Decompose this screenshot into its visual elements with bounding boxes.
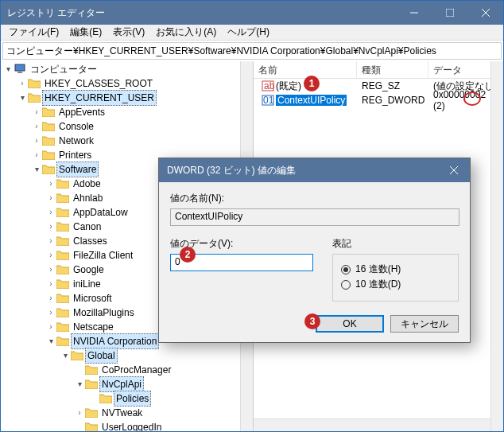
folder-icon xyxy=(85,379,98,390)
svg-rect-1 xyxy=(446,9,454,17)
close-button[interactable] xyxy=(467,1,503,25)
cancel-button[interactable]: キャンセル xyxy=(390,315,459,333)
tree-root[interactable]: ▾コンピューター xyxy=(2,62,253,76)
window-title: レジストリ エディター xyxy=(7,6,396,20)
folder-icon xyxy=(56,178,69,189)
annotation-circle xyxy=(463,91,481,106)
folder-icon xyxy=(28,78,41,89)
annotation-badge-3: 3 xyxy=(304,313,320,329)
folder-icon xyxy=(85,407,98,418)
folder-icon xyxy=(56,264,69,275)
folder-icon xyxy=(56,336,69,347)
svg-rect-4 xyxy=(15,64,25,71)
radio-hex[interactable]: 16 進数(H) xyxy=(341,263,450,276)
folder-icon xyxy=(28,92,41,103)
string-value-icon: ab xyxy=(262,80,274,92)
computer-icon xyxy=(14,64,26,75)
annotation-badge-2: 2 xyxy=(180,247,196,263)
list-scrollbar-v[interactable] xyxy=(490,61,503,431)
tree-policies[interactable]: Policies xyxy=(2,391,253,406)
radio-dec[interactable]: 10 進数(D) xyxy=(341,278,450,291)
minimize-button[interactable] xyxy=(396,1,432,25)
ok-button[interactable]: OK xyxy=(316,315,384,333)
menu-help[interactable]: ヘルプ(H) xyxy=(223,24,274,41)
tree-hkcu[interactable]: ▾HKEY_CURRENT_USER xyxy=(2,91,253,105)
tree-item[interactable]: ›Network xyxy=(2,134,253,148)
folder-icon xyxy=(42,135,55,146)
tree-nvcplapi[interactable]: ▾NvCplApi xyxy=(2,377,253,391)
menu-file[interactable]: ファイル(F) xyxy=(4,24,64,41)
dword-value-icon: 011 xyxy=(262,94,274,107)
tree-item[interactable]: UserLoggedIn xyxy=(2,420,253,431)
svg-text:011: 011 xyxy=(263,95,274,106)
folder-icon xyxy=(56,235,69,247)
menu-bar: ファイル(F) 編集(E) 表示(V) お気に入り(A) ヘルプ(H) xyxy=(1,25,503,41)
tree-item[interactable]: ›AppEvents xyxy=(2,105,253,119)
tree-item[interactable]: ›Console xyxy=(2,119,253,134)
base-radio-group: 16 進数(H) 10 進数(D) xyxy=(332,254,459,302)
dialog-close-button[interactable] xyxy=(438,158,470,182)
radio-icon xyxy=(341,280,351,290)
folder-icon xyxy=(56,321,69,333)
folder-icon xyxy=(42,107,55,118)
folder-icon xyxy=(42,164,55,175)
folder-icon xyxy=(56,193,69,204)
tree-item[interactable]: CoProcManager xyxy=(2,363,253,377)
address-bar[interactable]: コンピューター¥HKEY_CURRENT_USER¥Software¥NVIDI… xyxy=(2,42,502,60)
window-titlebar: レジストリ エディター xyxy=(1,1,503,25)
col-header-type[interactable]: 種類 xyxy=(357,61,428,78)
folder-icon xyxy=(85,364,98,376)
svg-rect-5 xyxy=(17,72,22,73)
dialog-titlebar: DWORD (32 ビット) 値の編集 xyxy=(159,158,470,182)
folder-icon xyxy=(56,307,69,318)
folder-icon xyxy=(56,293,69,304)
dialog-title: DWORD (32 ビット) 値の編集 xyxy=(167,164,438,177)
radio-icon xyxy=(341,265,351,274)
base-label: 表記 xyxy=(332,237,459,251)
folder-icon xyxy=(56,250,69,261)
folder-icon xyxy=(85,422,98,431)
maximize-button[interactable] xyxy=(432,1,467,25)
folder-icon xyxy=(42,150,55,161)
menu-favorites[interactable]: お気に入り(A) xyxy=(151,24,221,41)
menu-view[interactable]: 表示(V) xyxy=(108,24,149,41)
tree-global[interactable]: ▾Global xyxy=(2,348,253,363)
tree-item[interactable]: ›NVTweak xyxy=(2,406,253,420)
folder-icon xyxy=(56,278,69,290)
folder-icon xyxy=(56,207,69,218)
folder-icon xyxy=(71,350,83,361)
annotation-badge-1: 1 xyxy=(304,76,320,91)
col-header-name[interactable]: 名前 xyxy=(254,61,357,78)
folder-icon xyxy=(56,221,69,232)
svg-text:ab: ab xyxy=(264,80,274,91)
folder-icon xyxy=(99,393,112,404)
value-name-field: ContextUIPolicy xyxy=(170,208,459,226)
value-name-label: 値の名前(N): xyxy=(170,192,459,205)
list-header: 名前 種類 データ xyxy=(254,61,503,79)
list-scrollbar-h[interactable] xyxy=(254,418,490,431)
folder-icon xyxy=(42,121,55,132)
menu-edit[interactable]: 編集(E) xyxy=(65,24,107,41)
tree-hkcr[interactable]: ›HKEY_CLASSES_ROOT xyxy=(2,76,253,91)
